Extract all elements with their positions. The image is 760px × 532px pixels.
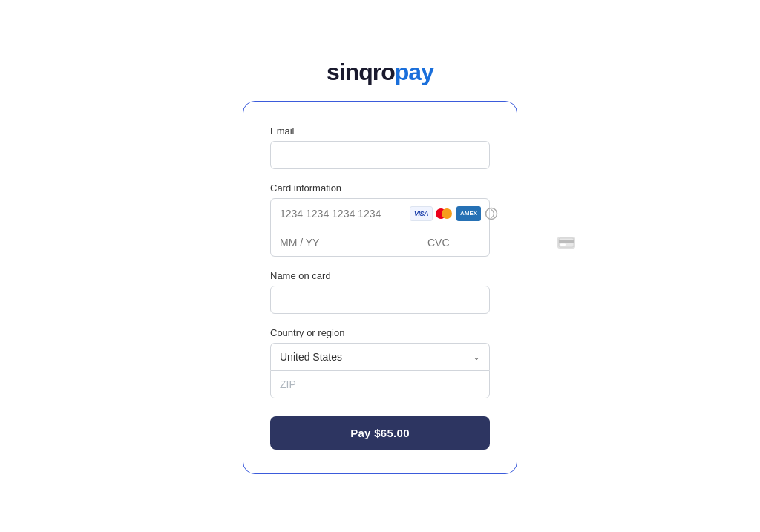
card-info-group: Card information VISA AMEX bbox=[270, 183, 490, 257]
country-select-wrapper: United States Canada United Kingdom Aust… bbox=[270, 343, 490, 370]
logo-sinqro: sinqro bbox=[327, 59, 395, 85]
country-select[interactable]: United States Canada United Kingdom Aust… bbox=[271, 344, 489, 370]
svg-rect-2 bbox=[559, 240, 574, 243]
card-number-row: VISA AMEX bbox=[270, 198, 490, 229]
email-group: Email bbox=[270, 125, 490, 169]
email-label: Email bbox=[270, 125, 490, 137]
country-label: Country or region bbox=[270, 327, 490, 338]
expiry-input[interactable] bbox=[271, 229, 419, 256]
amex-icon: AMEX bbox=[456, 206, 481, 221]
card-number-input[interactable] bbox=[280, 208, 410, 220]
cvc-wrapper bbox=[419, 229, 584, 256]
diners-icon bbox=[484, 207, 499, 220]
expiry-cvc-row bbox=[270, 229, 490, 257]
name-input[interactable] bbox=[270, 286, 490, 314]
visa-icon: VISA bbox=[410, 206, 433, 221]
logo: sinqropay bbox=[327, 59, 433, 86]
cvc-card-icon bbox=[557, 237, 575, 249]
logo-pay: pay bbox=[395, 59, 433, 85]
card-icons: VISA AMEX bbox=[410, 206, 499, 221]
mastercard-icon bbox=[436, 208, 453, 220]
svg-rect-3 bbox=[560, 243, 566, 246]
card-info-label: Card information bbox=[270, 183, 490, 194]
email-input[interactable] bbox=[270, 141, 490, 169]
cvc-input[interactable] bbox=[428, 237, 557, 249]
pay-button[interactable]: Pay $65.00 bbox=[270, 416, 490, 450]
payment-form: Email Card information VISA AMEX bbox=[243, 101, 517, 474]
name-label: Name on card bbox=[270, 270, 490, 281]
name-group: Name on card bbox=[270, 270, 490, 314]
country-group: Country or region United States Canada U… bbox=[270, 327, 490, 398]
zip-input[interactable] bbox=[270, 370, 490, 398]
